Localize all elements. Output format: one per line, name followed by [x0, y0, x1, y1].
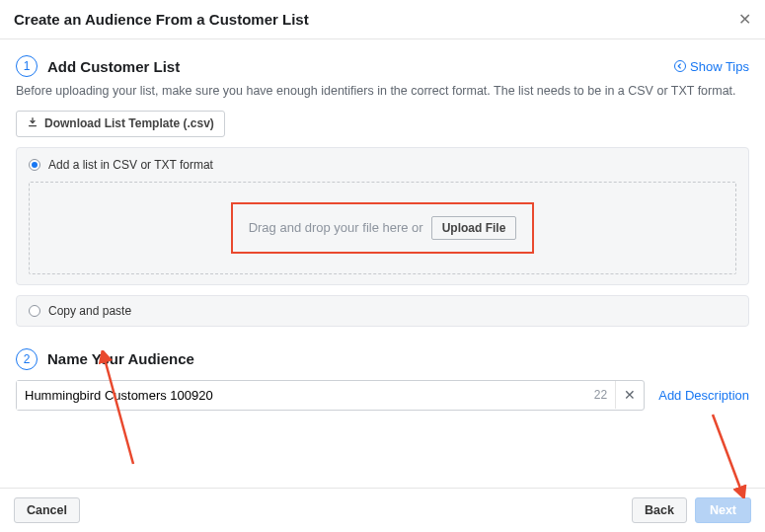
- step1-title: Add Customer List: [47, 58, 180, 75]
- radio-icon: [29, 305, 40, 317]
- upload-radio-option[interactable]: Add a list in CSV or TXT format: [29, 158, 736, 172]
- show-tips-label: Show Tips: [690, 59, 749, 74]
- radio-icon: [29, 159, 40, 171]
- copy-paste-radio-label: Copy and paste: [48, 304, 131, 318]
- step1-helper-text: Before uploading your list, make sure yo…: [16, 83, 749, 101]
- step1-header: 1 Add Customer List Show Tips: [16, 55, 749, 77]
- audience-name-input[interactable]: [17, 381, 586, 410]
- cancel-button[interactable]: Cancel: [14, 497, 80, 523]
- step2-number-badge: 2: [16, 348, 38, 370]
- next-button[interactable]: Next: [695, 497, 751, 523]
- annotation-highlight: Drag and drop your file here or Upload F…: [231, 202, 535, 254]
- copy-paste-panel: Copy and paste: [16, 295, 749, 327]
- chevron-left-icon: [674, 60, 686, 72]
- add-description-link[interactable]: Add Description: [658, 388, 749, 403]
- dialog-footer: Cancel Back Next: [0, 488, 765, 532]
- upload-radio-label: Add a list in CSV or TXT format: [48, 158, 213, 172]
- download-template-button[interactable]: Download List Template (.csv): [16, 111, 225, 137]
- step2-header-left: 2 Name Your Audience: [16, 348, 194, 370]
- dialog-header: Create an Audience From a Customer List …: [0, 0, 765, 39]
- svg-line-1: [713, 415, 742, 494]
- back-button[interactable]: Back: [632, 497, 687, 523]
- drag-drop-text: Drag and drop your file here or: [249, 220, 423, 235]
- char-count: 22: [586, 381, 616, 409]
- copy-paste-radio-option[interactable]: Copy and paste: [29, 304, 736, 318]
- file-dropzone[interactable]: Drag and drop your file here or Upload F…: [29, 182, 736, 274]
- step2-title: Name Your Audience: [47, 350, 194, 367]
- clear-input-icon[interactable]: ✕: [616, 387, 644, 403]
- upload-file-button[interactable]: Upload File: [431, 216, 517, 240]
- download-icon: [27, 116, 38, 131]
- show-tips-link[interactable]: Show Tips: [674, 59, 749, 74]
- dialog-content: 1 Add Customer List Show Tips Before upl…: [0, 39, 765, 411]
- footer-right: Back Next: [632, 497, 751, 523]
- close-icon[interactable]: ✕: [738, 10, 751, 29]
- audience-name-input-wrap: 22 ✕: [16, 380, 645, 411]
- upload-panel: Add a list in CSV or TXT format Drag and…: [16, 147, 749, 285]
- download-template-label: Download List Template (.csv): [44, 116, 214, 130]
- step2-header: 2 Name Your Audience: [16, 348, 749, 370]
- dialog-title: Create an Audience From a Customer List: [14, 11, 309, 28]
- step1-number-badge: 1: [16, 55, 38, 77]
- audience-name-row: 22 ✕ Add Description: [16, 380, 749, 411]
- step1-header-left: 1 Add Customer List: [16, 55, 180, 77]
- annotation-arrow-icon: [703, 410, 752, 498]
